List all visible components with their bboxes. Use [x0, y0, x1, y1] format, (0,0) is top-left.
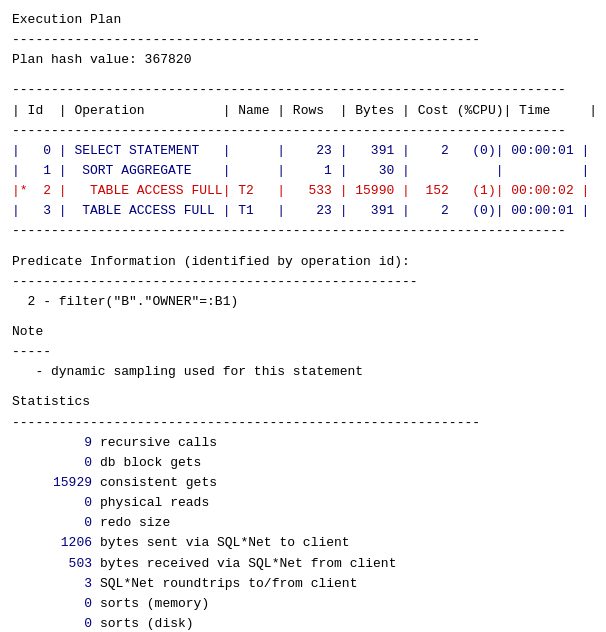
predicate-header: Predicate Information (identified by ope…: [12, 252, 594, 272]
stat-row: 15929consistent gets: [12, 473, 594, 493]
stats-rows: 9recursive calls0db block gets15929consi…: [12, 433, 594, 632]
table-row: | 0 | SELECT STATEMENT | | 23 | 391 | 2 …: [12, 141, 594, 161]
stat-row: 0redo size: [12, 513, 594, 533]
stat-value: 0: [12, 594, 92, 614]
stat-label: sorts (memory): [100, 594, 209, 614]
stat-value: 15929: [12, 473, 92, 493]
note-section: Note ----- - dynamic sampling used for t…: [12, 322, 594, 382]
note-detail: - dynamic sampling used for this stateme…: [12, 362, 594, 382]
statistics-section: Statistics -----------------------------…: [12, 392, 594, 632]
note-sep: -----: [12, 342, 594, 362]
stat-value: 0: [12, 614, 92, 632]
stat-value: 503: [12, 554, 92, 574]
stat-label: bytes received via SQL*Net from client: [100, 554, 396, 574]
stat-value: 9: [12, 433, 92, 453]
predicate-detail: 2 - filter("B"."OWNER"=:B1): [12, 292, 594, 312]
stat-row: 0sorts (disk): [12, 614, 594, 632]
plan-hash: Plan hash value: 367820: [12, 50, 594, 70]
stat-value: 3: [12, 574, 92, 594]
table-header-sep: ----------------------------------------…: [12, 121, 594, 141]
statistics-label: Statistics: [12, 392, 594, 412]
statistics-sep: ----------------------------------------…: [12, 413, 594, 433]
execution-plan-section: Execution Plan -------------------------…: [12, 10, 594, 70]
stat-row: 0sorts (memory): [12, 594, 594, 614]
table-row: | 1 | SORT AGGREGATE | | 1 | 30 | | |: [12, 161, 594, 181]
stat-label: db block gets: [100, 453, 201, 473]
stat-label: recursive calls: [100, 433, 217, 453]
stat-label: bytes sent via SQL*Net to client: [100, 533, 350, 553]
stat-label: sorts (disk): [100, 614, 194, 632]
section-title: Execution Plan: [12, 10, 594, 30]
top-separator: ----------------------------------------…: [12, 30, 594, 50]
note-label: Note: [12, 322, 594, 342]
table-bottom-sep: ----------------------------------------…: [12, 221, 594, 241]
table-top-sep: ----------------------------------------…: [12, 80, 594, 100]
table-rows: | 0 | SELECT STATEMENT | | 23 | 391 | 2 …: [12, 141, 594, 222]
stat-value: 0: [12, 513, 92, 533]
stat-label: redo size: [100, 513, 170, 533]
table-section: ----------------------------------------…: [12, 80, 594, 241]
stat-value: 1206: [12, 533, 92, 553]
stat-row: 0physical reads: [12, 493, 594, 513]
stat-label: SQL*Net roundtrips to/from client: [100, 574, 357, 594]
table-row: |* 2 | TABLE ACCESS FULL| T2 | 533 | 159…: [12, 181, 594, 201]
predicate-sep: ----------------------------------------…: [12, 272, 594, 292]
stat-row: 3SQL*Net roundtrips to/from client: [12, 574, 594, 594]
predicate-section: Predicate Information (identified by ope…: [12, 252, 594, 312]
stat-row: 0db block gets: [12, 453, 594, 473]
stat-label: physical reads: [100, 493, 209, 513]
stat-row: 503bytes received via SQL*Net from clien…: [12, 554, 594, 574]
table-row: | 3 | TABLE ACCESS FULL | T1 | 23 | 391 …: [12, 201, 594, 221]
stat-row: 9recursive calls: [12, 433, 594, 453]
stat-value: 0: [12, 493, 92, 513]
table-header: | Id | Operation | Name | Rows | Bytes |…: [12, 101, 594, 121]
stat-row: 1206bytes sent via SQL*Net to client: [12, 533, 594, 553]
stat-value: 0: [12, 453, 92, 473]
stat-label: consistent gets: [100, 473, 217, 493]
